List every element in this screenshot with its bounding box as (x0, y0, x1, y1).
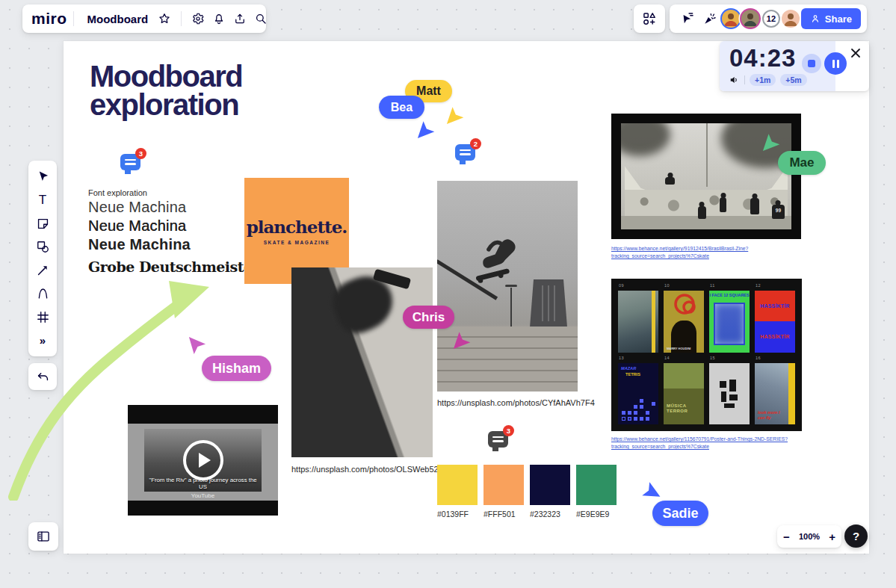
video-source-label: YouTube (128, 492, 278, 499)
cursor-arrow-mae (760, 131, 782, 153)
participants-count[interactable]: 12 (762, 10, 780, 28)
share-button[interactable]: Share (801, 8, 861, 29)
font-sample-blackletter[interactable]: Grobe Deutschmeister (88, 259, 259, 275)
photo-skater-jump[interactable] (437, 181, 578, 392)
font-sample-light[interactable]: Neue Machina (88, 199, 186, 216)
templates-button[interactable] (634, 4, 665, 33)
board-heading[interactable]: Moodboard exploration (90, 62, 242, 119)
avatar-collaborator-1[interactable] (722, 10, 740, 28)
board-heading-line1: Moodboard (90, 62, 242, 90)
timer-close-button[interactable] (850, 47, 862, 59)
undo-button[interactable] (28, 363, 57, 390)
cursor-arrow-chris (451, 329, 472, 351)
cursor-label-mae: Mae (778, 151, 826, 175)
frames-panel-icon (36, 529, 51, 544)
favorite-star-button[interactable] (154, 8, 175, 29)
timer-pause-button[interactable] (824, 52, 847, 75)
timer-time: 04:23 (729, 44, 796, 72)
color-swatch-4[interactable] (576, 465, 617, 505)
miro-logo[interactable]: miro (31, 10, 67, 28)
swatch-hex-3[interactable]: #232323 (530, 510, 560, 519)
comment-count-badge: 3 (503, 425, 514, 436)
planchette-title: planchette. (247, 217, 347, 237)
stop-icon (808, 60, 815, 67)
video-player[interactable]: "From the Riv" a photo journey across th… (128, 405, 278, 516)
select-cursor-icon (36, 170, 50, 184)
cursor-label-bea: Bea (379, 96, 424, 119)
poster-houdini: MARRY HOUDINI (664, 291, 704, 353)
poster-musica-terror: MÚSICATERROR (664, 363, 704, 425)
shapes-icon (36, 240, 50, 254)
poster-climbing (618, 291, 658, 353)
photo-behance-posters[interactable]: 09 10 MARRY HOUDINI 11 I FACE 12 SQUARES… (611, 279, 802, 431)
bell-icon (212, 12, 226, 25)
cursor-arrow-matt (444, 105, 466, 126)
reactions-button[interactable] (699, 8, 720, 29)
zoom-out-button[interactable]: − (783, 531, 790, 542)
comment-thread-center[interactable]: 2 (455, 144, 478, 164)
swatch-hex-2[interactable]: #FFF501 (483, 510, 516, 519)
photo-skate-shadow[interactable] (291, 267, 433, 457)
upload-icon (233, 12, 247, 25)
apps-shapes-icon (642, 11, 657, 26)
search-button[interactable] (250, 8, 271, 29)
export-button[interactable] (229, 8, 250, 29)
shapes-tool[interactable] (32, 236, 53, 257)
star-icon (158, 12, 171, 25)
pen-icon (36, 286, 50, 300)
arrow-connector-icon (36, 263, 50, 277)
board-title[interactable]: Moodboard (87, 13, 149, 25)
font-exploration-label[interactable]: Font exploration (88, 188, 147, 197)
timer-panel: 04:23 +1m +5m (720, 41, 869, 91)
cursor-arrow-hisham (187, 335, 207, 356)
notifications-button[interactable] (208, 8, 229, 29)
frame-tool[interactable] (32, 306, 53, 327)
avatar-current-user[interactable] (782, 10, 800, 28)
video-play-button[interactable] (183, 440, 223, 480)
color-swatch-3[interactable] (530, 465, 570, 505)
more-tools-button[interactable]: » (32, 329, 53, 350)
settings-button[interactable] (188, 8, 208, 29)
share-label: Share (825, 13, 852, 25)
zine-jersey-number: 99 (772, 208, 785, 213)
unsplash-left-url[interactable]: https://unsplash.com/photos/OLSWeb52rZ8 (291, 465, 451, 474)
timer-stop-button[interactable] (802, 54, 821, 73)
unsplash-center-url[interactable]: https://unsplash.com/photos/CYfAhAVh7F4 (437, 398, 595, 407)
photo-lamp-detail (510, 288, 513, 327)
confetti-icon (702, 11, 717, 26)
cursor-label-sadie: Sadie (652, 501, 708, 526)
frames-panel-button[interactable] (28, 522, 58, 551)
follow-cursor-button[interactable] (677, 8, 698, 29)
sticky-note-tool[interactable] (32, 213, 53, 234)
select-tool[interactable] (32, 167, 53, 188)
font-sample-bold[interactable]: Neue Machina (88, 236, 191, 253)
font-sample-regular[interactable]: Neue Machina (88, 217, 186, 235)
timer-add-1m-button[interactable]: +1m (750, 74, 776, 86)
comment-count-badge: 3 (135, 148, 146, 159)
behance-posters-link[interactable]: https://www.behance.net/gallery/11567079… (611, 436, 807, 451)
board-heading-line2: exploration (90, 90, 242, 119)
comment-count-badge: 2 (470, 138, 481, 149)
comment-thread-palette[interactable]: 3 (488, 431, 510, 451)
timer-sound-icon[interactable] (729, 75, 740, 85)
swatch-hex-1[interactable]: #0139FF (437, 510, 469, 519)
help-button[interactable]: ? (844, 524, 868, 548)
pen-tool[interactable] (32, 283, 53, 304)
connector-tool[interactable] (32, 260, 53, 281)
color-swatch-1[interactable] (437, 465, 478, 505)
timer-add-5m-button[interactable]: +5m (780, 74, 806, 86)
text-tool[interactable]: T (32, 190, 53, 211)
behance-zine-link[interactable]: https://www.behance.net/gallery/91912415… (611, 245, 807, 260)
undo-icon (36, 370, 50, 384)
avatar-collaborator-2[interactable] (741, 10, 759, 28)
zoom-in-button[interactable]: + (829, 531, 835, 542)
cursor-arrow-bea (415, 119, 436, 140)
comment-thread-font[interactable]: 3 (120, 154, 143, 173)
color-swatch-2[interactable] (483, 465, 524, 505)
zoom-controls: − 100% + (777, 525, 841, 548)
tools-panel: T » (28, 161, 57, 356)
zoom-level[interactable]: 100% (799, 532, 820, 541)
sticky-note-icon (36, 217, 50, 231)
miro-app: Moodboard exploration 3 Font exploration… (0, 0, 896, 588)
swatch-hex-4[interactable]: #E9E9E9 (576, 510, 609, 519)
